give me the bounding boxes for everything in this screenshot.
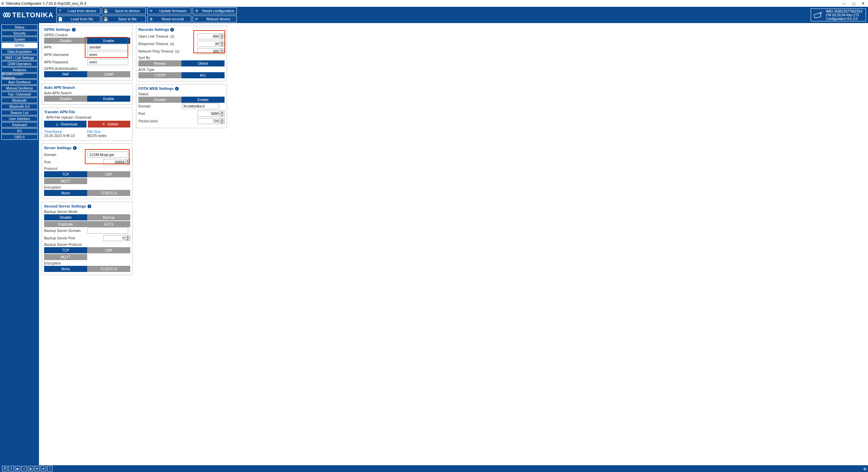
toolbar-update-firmware-button[interactable]: ⟳Update firmware [147, 7, 191, 14]
network-ping-timeout-input[interactable] [197, 48, 220, 54]
nav-system[interactable]: System [1, 37, 38, 42]
info-icon[interactable]: i [175, 87, 179, 91]
mode-egts-button[interactable]: EGTS [87, 221, 130, 227]
device-fw: FW 03.28.04 Rev:273 [826, 13, 862, 17]
minimize-icon[interactable]: — [842, 1, 846, 6]
info-icon[interactable]: i [170, 28, 174, 32]
toolbar-load-from-file-button[interactable]: 📄Load from file [56, 16, 100, 22]
toolbar-load-from-device-button[interactable]: ⭱Load from device [56, 7, 100, 14]
nav-trip-odometer[interactable]: Trip \ Odometer [1, 92, 38, 97]
device-imei: IMEI 350612077961918 [826, 9, 862, 13]
ack-tcpip-button[interactable]: TCP/IP [138, 72, 181, 78]
spin-down-icon[interactable]: ▼ [126, 238, 130, 241]
mode-disable-button[interactable]: Disable [44, 214, 87, 220]
nav-features[interactable]: Features [1, 67, 38, 73]
toolbar-save-to-file-button[interactable]: 💾Save to file [102, 16, 146, 22]
backup-port-input[interactable] [103, 235, 126, 241]
gprs-enable-button[interactable]: Enable [87, 38, 130, 44]
benc-none-button[interactable]: None [44, 266, 87, 272]
nav-gsm-operators[interactable]: GSM Operators [1, 61, 38, 66]
fota-enable-button[interactable]: Enable [181, 97, 225, 103]
nav-user-interface[interactable]: User Interface [1, 116, 38, 121]
delete-button[interactable]: ✕Delete [88, 121, 130, 127]
nav-status[interactable]: Status [1, 24, 38, 30]
spin-down-icon[interactable]: ▼ [220, 121, 225, 124]
nav-data-acquisition[interactable]: Data Acquisition [1, 49, 38, 54]
nav-bluetooth-4-0[interactable]: Bluetooth 4.0 [1, 104, 38, 109]
auth-pap-button[interactable]: PAP [44, 71, 87, 77]
spin-up-icon[interactable]: ▲ [220, 118, 225, 121]
apn-user-input[interactable] [88, 52, 128, 58]
server-port-input[interactable] [103, 159, 126, 165]
enc-tls-button[interactable]: TLS/DTLS [87, 190, 130, 196]
nav-manual-geofence[interactable]: Manual Geofence [1, 85, 38, 91]
brand-logo: TELTONIKA [2, 7, 56, 23]
info-icon[interactable]: i [88, 204, 91, 208]
toolbar-read-records-button[interactable]: ≣Read records [147, 16, 191, 22]
panel-gprs-settings: GPRS Settingsi GPRS Context Disable Enab… [42, 25, 133, 80]
response-timeout-input[interactable] [197, 41, 220, 47]
bproto-mqtt-button[interactable]: MQTT [44, 254, 87, 260]
spin-up-icon[interactable]: ▲ [126, 235, 130, 238]
download-button[interactable]: ⭳Download [44, 121, 86, 127]
info-icon[interactable]: i [72, 28, 76, 32]
window-title: Teltonika.Configurator 1.7.61.E.fmp100_e… [5, 1, 86, 5]
mode-backup-button[interactable]: Backup [87, 214, 130, 220]
bproto-tcp-button[interactable]: TCP [44, 247, 87, 253]
sort-newest-button[interactable]: Newest [138, 60, 181, 66]
ack-avl-button[interactable]: AVL [181, 72, 225, 78]
spin-down-icon[interactable]: ▼ [220, 36, 225, 39]
nav-sms-call-settings[interactable]: SMS \ Call Settings [1, 55, 38, 60]
fota-port-input[interactable] [197, 111, 220, 117]
spin-up-icon[interactable]: ▲ [220, 111, 225, 114]
proto-tcp-button[interactable]: TCP [44, 171, 87, 177]
svg-rect-0 [814, 13, 821, 18]
maximize-icon[interactable]: ▢ [852, 1, 855, 6]
toolbar-reboot-device-button[interactable]: ⟳Reboot device [193, 16, 237, 22]
proto-mqtt-button[interactable]: MQTT [44, 178, 87, 184]
sort-oldest-button[interactable]: Oldest [181, 60, 225, 66]
backup-domain-input[interactable] [88, 228, 128, 234]
toolbar-reset-configuration-button[interactable]: ⟲Reset configuration [193, 7, 237, 14]
nav-accelerometer-features[interactable]: Accelerometer Features [1, 73, 38, 79]
spin-down-icon[interactable]: ▼ [220, 44, 225, 47]
toolbar-icon: 💾 [102, 17, 110, 21]
nav-bluetooth[interactable]: Bluetooth [1, 98, 38, 103]
device-icon [813, 10, 823, 20]
nav-auto-geofence[interactable]: Auto Geofence [1, 79, 38, 85]
spin-up-icon[interactable]: ▲ [126, 159, 130, 162]
nav-keyboard[interactable]: Keyboard [1, 122, 38, 127]
apn-input[interactable] [88, 44, 128, 50]
autoapn-enable-button[interactable]: Enable [87, 96, 130, 102]
panel-server-settings: Server Settingsi Domain Port ▲▼ Protocol… [42, 143, 133, 199]
close-icon[interactable]: ✕ [862, 1, 865, 6]
info-icon[interactable]: i [73, 146, 77, 150]
nav-security[interactable]: Security [1, 31, 38, 36]
fota-disable-button[interactable]: Disable [138, 97, 181, 103]
nav-beacon-list[interactable]: Beacon List [1, 110, 38, 115]
mode-duplicate-button[interactable]: Duplicate [44, 221, 87, 227]
spin-up-icon[interactable]: ▲ [220, 41, 225, 44]
spin-down-icon[interactable]: ▼ [220, 51, 225, 54]
toolbar-save-to-device-button[interactable]: 💾Save to device [102, 7, 146, 14]
fota-domain-input[interactable] [182, 103, 219, 109]
bproto-udp-button[interactable]: UDP [87, 247, 130, 253]
spin-up-icon[interactable]: ▲ [220, 48, 225, 51]
apn-pass-input[interactable] [88, 59, 128, 65]
auth-chap-button[interactable]: CHAP [87, 71, 130, 77]
fota-period-input[interactable] [197, 118, 220, 124]
spin-down-icon[interactable]: ▼ [220, 114, 225, 117]
toolbar-icon: ⭱ [57, 9, 64, 13]
spin-down-icon[interactable]: ▼ [126, 162, 130, 165]
open-link-timeout-input[interactable] [197, 33, 220, 39]
server-domain-input[interactable] [88, 152, 128, 158]
nav-gprs[interactable]: GPRS [1, 43, 38, 48]
nav-obd-ii[interactable]: OBD II [1, 134, 38, 140]
nav-i-o[interactable]: I/O [1, 128, 38, 134]
proto-udp-button[interactable]: UDP [87, 171, 130, 177]
autoapn-disable-button[interactable]: Disable [44, 96, 87, 102]
benc-tls-button[interactable]: TLS/DTLS [87, 266, 130, 272]
spin-up-icon[interactable]: ▲ [220, 33, 225, 36]
gprs-disable-button[interactable]: Disable [44, 38, 87, 44]
enc-none-button[interactable]: None [44, 190, 87, 196]
